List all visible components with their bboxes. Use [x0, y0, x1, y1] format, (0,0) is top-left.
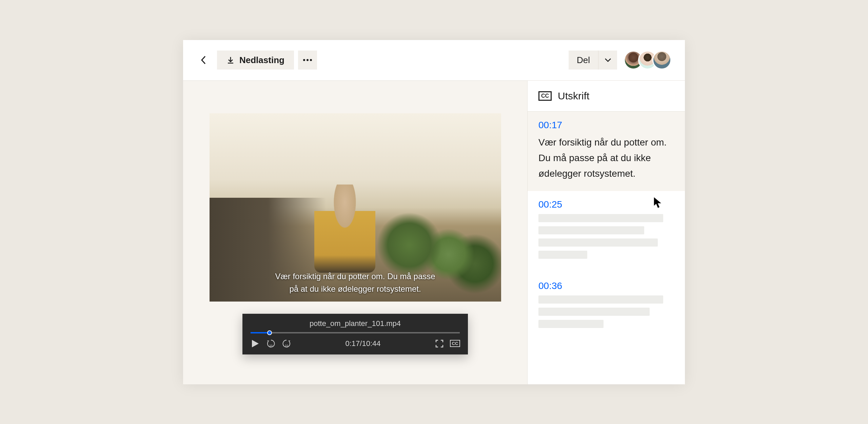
- video-caption: Vær forsiktig når du potter om. Du må pa…: [231, 270, 479, 295]
- video-filename: potte_om_planter_101.mp4: [251, 319, 460, 328]
- svg-text:10: 10: [269, 344, 273, 347]
- forward-10-button[interactable]: 10: [282, 339, 291, 348]
- transcript-timestamp[interactable]: 00:25: [538, 199, 674, 210]
- rewind-10-icon: 10: [266, 339, 276, 349]
- player-controls: 10 10 0:17/10:44 CC: [251, 339, 460, 348]
- transcript-pane: CC Utskrift 00:17 Vær forsiktig når du p…: [527, 81, 685, 384]
- fullscreen-icon: [435, 340, 443, 348]
- app-window: Nedlasting Del: [183, 40, 685, 384]
- share-button[interactable]: Del: [569, 51, 598, 70]
- transcript-body[interactable]: 00:17 Vær forsiktig når du potter om. Du…: [528, 112, 685, 384]
- chevron-left-icon: [201, 56, 206, 64]
- transcript-header: CC Utskrift: [528, 81, 685, 112]
- transcript-title: Utskrift: [558, 90, 589, 102]
- chevron-down-icon: [605, 58, 611, 62]
- transcript-entry[interactable]: 00:36: [528, 272, 685, 342]
- transcript-timestamp[interactable]: 00:36: [538, 281, 674, 291]
- ellipsis-icon: [303, 59, 312, 61]
- download-label: Nedlasting: [239, 55, 284, 65]
- transcript-text: Vær forsiktig når du potter om. Du må pa…: [538, 135, 674, 182]
- transcript-placeholder: [538, 214, 674, 259]
- cc-icon: CC: [450, 340, 460, 347]
- play-button[interactable]: [251, 339, 260, 348]
- download-button[interactable]: Nedlasting: [217, 51, 294, 70]
- forward-10-icon: 10: [282, 339, 291, 349]
- video-player-bar: potte_om_planter_101.mp4 10 10 0:17/10: [242, 314, 468, 354]
- progress-track[interactable]: [251, 332, 460, 333]
- transcript-placeholder: [538, 295, 674, 328]
- transcript-timestamp[interactable]: 00:17: [538, 120, 674, 131]
- more-button[interactable]: [298, 51, 317, 70]
- fullscreen-button[interactable]: [435, 339, 444, 348]
- svg-point-1: [307, 59, 309, 61]
- progress-thumb[interactable]: [267, 330, 272, 335]
- transcript-entry[interactable]: 00:17 Vær forsiktig når du potter om. Du…: [528, 112, 685, 191]
- share-button-group: Del: [569, 51, 617, 70]
- download-icon: [226, 56, 235, 64]
- avatar[interactable]: [652, 51, 671, 70]
- toolbar: Nedlasting Del: [183, 40, 685, 81]
- progress-fill: [251, 332, 270, 333]
- rewind-10-button[interactable]: 10: [266, 339, 276, 348]
- svg-marker-3: [252, 340, 259, 347]
- content-area: Vær forsiktig når du potter om. Du må pa…: [183, 81, 685, 384]
- play-icon: [252, 340, 259, 347]
- svg-point-0: [303, 59, 305, 61]
- share-label: Del: [577, 55, 590, 65]
- video-frame[interactable]: Vær forsiktig når du potter om. Du må pa…: [210, 113, 501, 302]
- svg-text:10: 10: [285, 344, 288, 347]
- cc-icon: CC: [538, 91, 552, 101]
- video-pane: Vær forsiktig når du potter om. Du må pa…: [183, 81, 527, 384]
- avatar-stack[interactable]: [624, 51, 671, 70]
- svg-point-2: [310, 59, 312, 61]
- transcript-entry[interactable]: 00:25: [528, 191, 685, 272]
- time-display: 0:17/10:44: [297, 339, 429, 348]
- cc-button[interactable]: CC: [450, 339, 460, 348]
- share-dropdown-button[interactable]: [598, 51, 617, 70]
- back-button[interactable]: [197, 53, 210, 67]
